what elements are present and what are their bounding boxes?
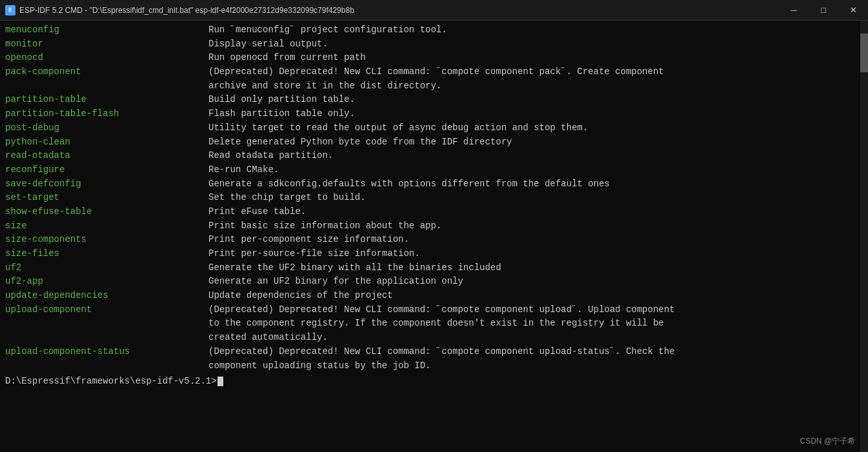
terminal-row: menuconfigRun ˝menuconfig˝ project confi… — [5, 23, 863, 37]
terminal-row: upload-component-status(Deprecated) Depr… — [5, 345, 863, 359]
command-name: size-files — [5, 247, 208, 261]
command-desc: Utility target to read the output of asy… — [208, 121, 863, 135]
command-name: uf2-app — [5, 275, 208, 289]
titlebar-left: E ESP-IDF 5.2 CMD - "D:\Espressif\idf_cm… — [5, 5, 354, 15]
terminal-row: size-filesPrint per-source-file size inf… — [5, 247, 863, 261]
command-name — [5, 359, 208, 373]
minimize-button[interactable]: ─ — [779, 0, 809, 21]
command-desc: (Deprecated) Deprecated! New CLI command… — [208, 345, 863, 359]
prompt-line: D:\Espressif\frameworks\esp-idf-v5.2.1> — [5, 375, 863, 388]
command-name — [5, 317, 208, 331]
terminal-row: monitorDisplay serial output. — [5, 37, 863, 52]
command-desc: Set the chip target to build. — [208, 191, 863, 205]
terminal-row: python-cleanDelete generated Python byte… — [5, 135, 863, 150]
cursor — [217, 377, 223, 386]
command-name: update-dependencies — [5, 289, 208, 303]
command-name: reconfigure — [5, 163, 208, 177]
command-desc: Run ˝menuconfig˝ project configuration t… — [208, 23, 863, 37]
close-button[interactable]: ✕ — [838, 0, 868, 21]
command-desc: component uploading status by the job ID… — [208, 359, 863, 373]
command-desc: Print per-component size information. — [208, 233, 863, 247]
command-desc: Read otadata partition. — [208, 149, 863, 163]
command-desc: Generate a sdkconfig.defaults with optio… — [208, 177, 863, 192]
command-desc: Generate an UF2 binary for the applicati… — [208, 275, 863, 289]
window-title: ESP-IDF 5.2 CMD - "D:\Espressif\idf_cmd_… — [19, 6, 354, 15]
terminal-row: set-targetSet the chip target to build. — [5, 191, 863, 205]
terminal-row: openocdRun openocd from current path — [5, 51, 863, 65]
command-desc: Flash partition table only. — [208, 107, 863, 121]
terminal-row: uf2Generate the UF2 binary with all the … — [5, 261, 863, 275]
command-desc: Print basic size information about the a… — [208, 219, 863, 233]
prompt-text: D:\Espressif\frameworks\esp-idf-v5.2.1> — [5, 376, 217, 386]
terminal-window: menuconfigRun ˝menuconfig˝ project confi… — [0, 21, 868, 452]
terminal-row: read-otadataRead otadata partition. — [5, 149, 863, 163]
terminal-row: uf2-appGenerate an UF2 binary for the ap… — [5, 275, 863, 289]
command-desc: Generate the UF2 binary with all the bin… — [208, 261, 863, 275]
terminal-row: archive and store it in the dist directo… — [5, 79, 863, 93]
terminal-row: update-dependenciesUpdate dependencies o… — [5, 289, 863, 303]
command-name: upload-component-status — [5, 345, 208, 359]
command-desc: Print eFuse table. — [208, 205, 863, 219]
terminal-row: component uploading status by the job ID… — [5, 359, 863, 373]
terminal-row: post-debugUtility target to read the out… — [5, 121, 863, 135]
window-controls: ─ □ ✕ — [779, 0, 868, 21]
terminal-row: upload-component(Deprecated) Deprecated!… — [5, 303, 863, 317]
terminal-content: menuconfigRun ˝menuconfig˝ project confi… — [5, 23, 863, 373]
command-name: size — [5, 219, 208, 233]
terminal-row: show-efuse-tablePrint eFuse table. — [5, 205, 863, 219]
command-name: read-otadata — [5, 149, 208, 163]
command-desc: Update dependencies of the project — [208, 289, 863, 303]
command-name: size-components — [5, 233, 208, 247]
command-name — [5, 79, 208, 93]
scrollbar-thumb[interactable] — [860, 34, 868, 72]
command-desc: to the component registry. If the compon… — [208, 317, 863, 331]
command-name: show-efuse-table — [5, 205, 208, 219]
terminal-row: reconfigureRe-run CMake. — [5, 163, 863, 177]
command-name: set-target — [5, 191, 208, 205]
command-name: monitor — [5, 37, 208, 52]
terminal-row: to the component registry. If the compon… — [5, 317, 863, 331]
command-name — [5, 331, 208, 345]
command-desc: Print per-source-file size information. — [208, 247, 863, 261]
command-name: partition-table — [5, 93, 208, 107]
command-desc: (Deprecated) Deprecated! New CLI command… — [208, 65, 863, 79]
command-desc: Delete generated Python byte code from t… — [208, 135, 863, 150]
command-name: menuconfig — [5, 23, 208, 37]
command-desc: archive and store it in the dist directo… — [208, 79, 863, 93]
command-name: pack-component — [5, 65, 208, 79]
command-name: post-debug — [5, 121, 208, 135]
terminal-row: partition-tableBuild only partition tabl… — [5, 93, 863, 107]
maximize-button[interactable]: □ — [809, 0, 838, 21]
command-name: partition-table-flash — [5, 107, 208, 121]
command-name: openocd — [5, 51, 208, 65]
terminal-row: sizePrint basic size information about t… — [5, 219, 863, 233]
command-name: python-clean — [5, 135, 208, 150]
app-icon: E — [5, 5, 15, 15]
command-name: uf2 — [5, 261, 208, 275]
command-desc: Build only partition table. — [208, 93, 863, 107]
command-name: save-defconfig — [5, 177, 208, 192]
watermark: CSDN @宁子希 — [800, 436, 855, 447]
terminal-row: partition-table-flashFlash partition tab… — [5, 107, 863, 121]
terminal-row: created automatically. — [5, 331, 863, 345]
command-desc: created automatically. — [208, 331, 863, 345]
command-desc: Display serial output. — [208, 37, 863, 52]
command-name: upload-component — [5, 303, 208, 317]
terminal-row: pack-component(Deprecated) Deprecated! N… — [5, 65, 863, 79]
command-desc: Re-run CMake. — [208, 163, 863, 177]
command-desc: (Deprecated) Deprecated! New CLI command… — [208, 303, 863, 317]
command-desc: Run openocd from current path — [208, 51, 863, 65]
terminal-row: save-defconfigGenerate a sdkconfig.defau… — [5, 177, 863, 192]
titlebar: E ESP-IDF 5.2 CMD - "D:\Espressif\idf_cm… — [0, 0, 868, 21]
scrollbar[interactable] — [860, 21, 868, 452]
terminal-row: size-componentsPrint per-component size … — [5, 233, 863, 247]
icon-letter: E — [8, 7, 12, 14]
